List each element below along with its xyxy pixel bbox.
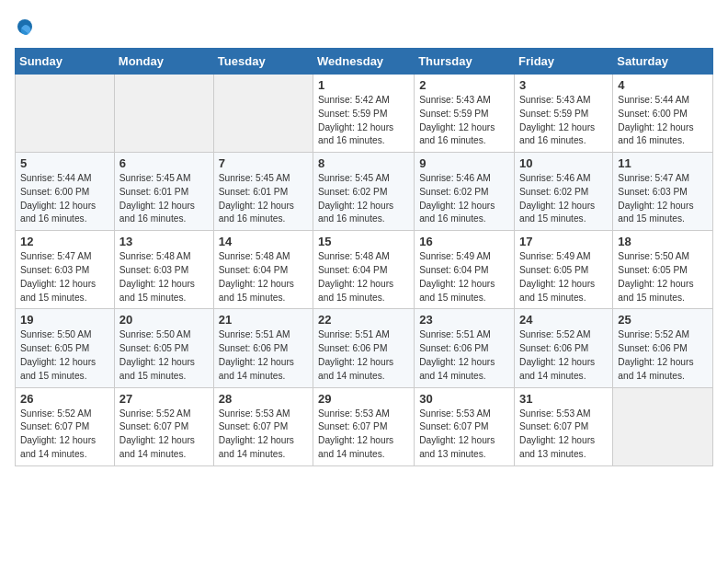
calendar-cell: 5Sunrise: 5:44 AMSunset: 6:00 PMDaylight… bbox=[16, 153, 115, 231]
day-info: Sunrise: 5:49 AMSunset: 6:04 PMDaylight:… bbox=[419, 250, 509, 304]
calendar-week-3: 12Sunrise: 5:47 AMSunset: 6:03 PMDayligh… bbox=[16, 231, 713, 309]
calendar-cell: 1Sunrise: 5:42 AMSunset: 5:59 PMDaylight… bbox=[313, 75, 415, 153]
day-number: 31 bbox=[519, 392, 608, 406]
calendar-cell: 22Sunrise: 5:51 AMSunset: 6:06 PMDayligh… bbox=[313, 309, 415, 387]
day-info: Sunrise: 5:45 AMSunset: 6:01 PMDaylight:… bbox=[119, 172, 209, 226]
weekday-header-tuesday: Tuesday bbox=[213, 49, 313, 75]
day-info: Sunrise: 5:46 AMSunset: 6:02 PMDaylight:… bbox=[519, 172, 608, 226]
day-info: Sunrise: 5:45 AMSunset: 6:01 PMDaylight:… bbox=[219, 172, 308, 226]
day-number: 28 bbox=[219, 392, 308, 406]
day-info: Sunrise: 5:50 AMSunset: 6:05 PMDaylight:… bbox=[618, 250, 708, 304]
day-info: Sunrise: 5:53 AMSunset: 6:07 PMDaylight:… bbox=[519, 408, 608, 462]
calendar-cell: 7Sunrise: 5:45 AMSunset: 6:01 PMDaylight… bbox=[213, 153, 313, 231]
calendar-cell: 19Sunrise: 5:50 AMSunset: 6:05 PMDayligh… bbox=[16, 309, 115, 387]
calendar-cell: 13Sunrise: 5:48 AMSunset: 6:03 PMDayligh… bbox=[114, 231, 213, 309]
calendar-week-1: 1Sunrise: 5:42 AMSunset: 5:59 PMDaylight… bbox=[16, 75, 713, 153]
calendar-cell: 14Sunrise: 5:48 AMSunset: 6:04 PMDayligh… bbox=[213, 231, 313, 309]
day-number: 12 bbox=[20, 235, 109, 248]
calendar-cell: 15Sunrise: 5:48 AMSunset: 6:04 PMDayligh… bbox=[313, 231, 415, 309]
calendar-cell: 31Sunrise: 5:53 AMSunset: 6:07 PMDayligh… bbox=[515, 387, 613, 465]
calendar-cell: 26Sunrise: 5:52 AMSunset: 6:07 PMDayligh… bbox=[16, 387, 115, 465]
calendar-cell: 10Sunrise: 5:46 AMSunset: 6:02 PMDayligh… bbox=[515, 153, 613, 231]
day-number: 20 bbox=[119, 313, 209, 327]
calendar-cell: 27Sunrise: 5:52 AMSunset: 6:07 PMDayligh… bbox=[114, 387, 213, 465]
day-info: Sunrise: 5:51 AMSunset: 6:06 PMDaylight:… bbox=[419, 328, 509, 383]
day-number: 6 bbox=[119, 156, 209, 170]
weekday-header-sunday: Sunday bbox=[16, 49, 115, 75]
calendar-week-4: 19Sunrise: 5:50 AMSunset: 6:05 PMDayligh… bbox=[16, 309, 713, 387]
day-number: 13 bbox=[119, 235, 209, 248]
day-info: Sunrise: 5:48 AMSunset: 6:04 PMDaylight:… bbox=[219, 250, 308, 304]
day-number: 11 bbox=[618, 156, 708, 170]
calendar-cell: 2Sunrise: 5:43 AMSunset: 5:59 PMDaylight… bbox=[415, 75, 515, 153]
calendar-cell bbox=[16, 75, 115, 153]
calendar-cell: 17Sunrise: 5:49 AMSunset: 6:05 PMDayligh… bbox=[515, 231, 613, 309]
day-number: 14 bbox=[219, 235, 308, 248]
weekday-header-monday: Monday bbox=[114, 49, 213, 75]
day-info: Sunrise: 5:46 AMSunset: 6:02 PMDaylight:… bbox=[419, 172, 509, 226]
calendar-cell: 12Sunrise: 5:47 AMSunset: 6:03 PMDayligh… bbox=[16, 231, 115, 309]
day-info: Sunrise: 5:50 AMSunset: 6:05 PMDaylight:… bbox=[119, 328, 209, 383]
day-number: 24 bbox=[519, 313, 608, 327]
day-info: Sunrise: 5:52 AMSunset: 6:07 PMDaylight:… bbox=[119, 408, 209, 462]
day-info: Sunrise: 5:53 AMSunset: 6:07 PMDaylight:… bbox=[419, 408, 509, 462]
day-info: Sunrise: 5:43 AMSunset: 5:59 PMDaylight:… bbox=[519, 94, 608, 148]
day-number: 26 bbox=[20, 392, 109, 406]
day-number: 16 bbox=[419, 235, 509, 248]
calendar-cell: 6Sunrise: 5:45 AMSunset: 6:01 PMDaylight… bbox=[114, 153, 213, 231]
day-info: Sunrise: 5:52 AMSunset: 6:06 PMDaylight:… bbox=[618, 328, 708, 383]
calendar-cell: 25Sunrise: 5:52 AMSunset: 6:06 PMDayligh… bbox=[613, 309, 713, 387]
day-info: Sunrise: 5:44 AMSunset: 6:00 PMDaylight:… bbox=[20, 172, 109, 226]
day-number: 10 bbox=[519, 156, 608, 170]
day-number: 27 bbox=[119, 392, 209, 406]
day-number: 4 bbox=[618, 78, 708, 92]
day-info: Sunrise: 5:45 AMSunset: 6:02 PMDaylight:… bbox=[318, 172, 409, 226]
day-number: 8 bbox=[318, 156, 409, 170]
day-info: Sunrise: 5:47 AMSunset: 6:03 PMDaylight:… bbox=[20, 250, 109, 304]
day-number: 18 bbox=[618, 235, 708, 248]
day-info: Sunrise: 5:51 AMSunset: 6:06 PMDaylight:… bbox=[318, 328, 409, 383]
header bbox=[15, 15, 713, 40]
calendar-cell: 3Sunrise: 5:43 AMSunset: 5:59 PMDaylight… bbox=[515, 75, 613, 153]
calendar-week-2: 5Sunrise: 5:44 AMSunset: 6:00 PMDaylight… bbox=[16, 153, 713, 231]
calendar-cell bbox=[213, 75, 313, 153]
day-info: Sunrise: 5:49 AMSunset: 6:05 PMDaylight:… bbox=[519, 250, 608, 304]
day-info: Sunrise: 5:53 AMSunset: 6:07 PMDaylight:… bbox=[318, 408, 409, 462]
day-info: Sunrise: 5:47 AMSunset: 6:03 PMDaylight:… bbox=[618, 172, 708, 226]
day-number: 5 bbox=[20, 156, 109, 170]
day-info: Sunrise: 5:51 AMSunset: 6:06 PMDaylight:… bbox=[219, 328, 308, 383]
day-info: Sunrise: 5:53 AMSunset: 6:07 PMDaylight:… bbox=[219, 408, 308, 462]
day-number: 29 bbox=[318, 392, 409, 406]
calendar-cell bbox=[613, 387, 713, 465]
day-info: Sunrise: 5:48 AMSunset: 6:03 PMDaylight:… bbox=[119, 250, 209, 304]
day-number: 3 bbox=[519, 78, 608, 92]
day-number: 7 bbox=[219, 156, 308, 170]
day-number: 21 bbox=[219, 313, 308, 327]
calendar-cell: 11Sunrise: 5:47 AMSunset: 6:03 PMDayligh… bbox=[613, 153, 713, 231]
day-info: Sunrise: 5:44 AMSunset: 6:00 PMDaylight:… bbox=[618, 94, 708, 148]
calendar-cell: 9Sunrise: 5:46 AMSunset: 6:02 PMDaylight… bbox=[415, 153, 515, 231]
day-info: Sunrise: 5:52 AMSunset: 6:06 PMDaylight:… bbox=[519, 328, 608, 383]
calendar-cell: 23Sunrise: 5:51 AMSunset: 6:06 PMDayligh… bbox=[415, 309, 515, 387]
calendar-cell: 8Sunrise: 5:45 AMSunset: 6:02 PMDaylight… bbox=[313, 153, 415, 231]
calendar-cell: 29Sunrise: 5:53 AMSunset: 6:07 PMDayligh… bbox=[313, 387, 415, 465]
calendar-cell: 30Sunrise: 5:53 AMSunset: 6:07 PMDayligh… bbox=[415, 387, 515, 465]
calendar-cell: 4Sunrise: 5:44 AMSunset: 6:00 PMDaylight… bbox=[613, 75, 713, 153]
calendar-cell: 20Sunrise: 5:50 AMSunset: 6:05 PMDayligh… bbox=[114, 309, 213, 387]
day-number: 15 bbox=[318, 235, 409, 248]
day-info: Sunrise: 5:52 AMSunset: 6:07 PMDaylight:… bbox=[20, 408, 109, 462]
day-number: 25 bbox=[618, 313, 708, 327]
weekday-header-saturday: Saturday bbox=[613, 49, 713, 75]
logo bbox=[15, 18, 39, 40]
day-number: 17 bbox=[519, 235, 608, 248]
calendar-cell: 24Sunrise: 5:52 AMSunset: 6:06 PMDayligh… bbox=[515, 309, 613, 387]
calendar-week-5: 26Sunrise: 5:52 AMSunset: 6:07 PMDayligh… bbox=[16, 387, 713, 465]
day-number: 23 bbox=[419, 313, 509, 327]
calendar-cell: 16Sunrise: 5:49 AMSunset: 6:04 PMDayligh… bbox=[415, 231, 515, 309]
calendar-cell bbox=[114, 75, 213, 153]
calendar-table: SundayMondayTuesdayWednesdayThursdayFrid… bbox=[15, 48, 713, 466]
day-number: 19 bbox=[20, 313, 109, 327]
day-info: Sunrise: 5:43 AMSunset: 5:59 PMDaylight:… bbox=[419, 94, 509, 148]
day-number: 2 bbox=[419, 78, 509, 92]
weekday-header-wednesday: Wednesday bbox=[313, 49, 415, 75]
